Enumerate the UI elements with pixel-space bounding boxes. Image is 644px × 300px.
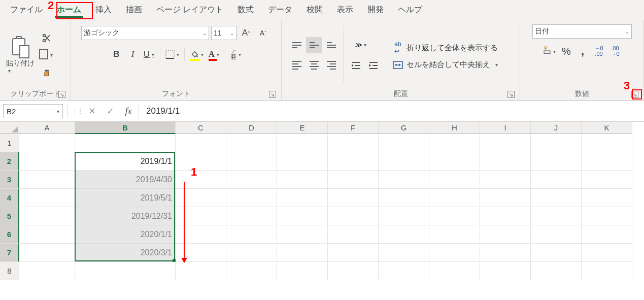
decrease-indent-button[interactable] <box>348 57 364 74</box>
col-header-F[interactable]: F <box>328 122 379 134</box>
cell-A6[interactable] <box>19 225 75 244</box>
italic-button[interactable]: I <box>125 46 141 63</box>
cell-D4[interactable] <box>226 189 277 207</box>
cell-I7[interactable] <box>480 244 531 262</box>
col-header-K[interactable]: K <box>582 122 632 134</box>
cell-G1[interactable] <box>379 134 429 152</box>
col-header-E[interactable]: E <box>277 122 328 134</box>
col-header-A[interactable]: A <box>19 122 75 134</box>
cell-B7[interactable]: 2020/3/1 <box>75 244 176 262</box>
sheet[interactable]: ABCDEFGHIJK122019/1/132019/4/3042019/5/1… <box>0 122 644 280</box>
tab-developer[interactable]: 開発 <box>360 0 391 20</box>
number-launcher[interactable]: ↘ <box>631 91 638 98</box>
cell-K4[interactable] <box>582 189 632 207</box>
cell-I1[interactable] <box>480 134 531 152</box>
alignment-launcher[interactable]: ↘ <box>507 91 515 98</box>
col-header-J[interactable]: J <box>531 122 582 134</box>
increase-decimal-button[interactable]: ←0.00 <box>591 43 606 60</box>
col-header-C[interactable]: C <box>176 122 226 134</box>
cell-E5[interactable] <box>277 207 328 225</box>
insert-function-button[interactable]: fx <box>119 104 138 118</box>
cell-B2[interactable]: 2019/1/1 <box>75 152 176 171</box>
cell-G4[interactable] <box>379 189 429 207</box>
align-center-button[interactable] <box>306 57 322 74</box>
cell-F5[interactable] <box>328 207 379 225</box>
cell-K2[interactable] <box>582 152 632 171</box>
cell-I8[interactable] <box>480 262 531 280</box>
cell-B3[interactable]: 2019/4/30 <box>75 171 176 189</box>
font-name-select[interactable]: 游ゴシック⌄ <box>81 26 209 40</box>
tab-draw[interactable]: 描画 <box>119 0 149 20</box>
cell-D5[interactable] <box>226 207 277 225</box>
col-header-I[interactable]: I <box>480 122 531 134</box>
cell-F6[interactable] <box>328 225 379 244</box>
decrease-font-button[interactable]: A˅ <box>256 24 271 42</box>
cell-D1[interactable] <box>226 134 277 152</box>
number-format-select[interactable]: 日付⌄ <box>532 24 632 39</box>
tab-home[interactable]: ホーム <box>50 0 88 20</box>
cell-C7[interactable] <box>176 244 226 262</box>
cell-G6[interactable] <box>379 225 429 244</box>
cell-B1[interactable] <box>75 134 176 152</box>
row-header-6[interactable]: 6 <box>0 225 19 244</box>
cell-G5[interactable] <box>379 207 429 225</box>
increase-font-button[interactable]: A˄ <box>239 24 254 42</box>
clipboard-launcher[interactable]: ↘ <box>58 91 65 98</box>
cell-A3[interactable] <box>19 171 75 189</box>
tab-review[interactable]: 校閲 <box>299 0 330 20</box>
cell-F3[interactable] <box>328 171 379 189</box>
tab-insert[interactable]: 挿入 <box>88 0 119 20</box>
align-middle-button[interactable] <box>306 37 322 53</box>
cell-J6[interactable] <box>531 225 582 244</box>
align-bottom-button[interactable] <box>323 37 340 53</box>
orientation-button[interactable]: ≫▾ <box>348 37 372 53</box>
tab-help[interactable]: ヘルプ <box>391 0 429 20</box>
cell-J7[interactable] <box>531 244 582 262</box>
col-header-H[interactable]: H <box>429 122 480 134</box>
cell-H2[interactable] <box>429 152 480 171</box>
cell-G3[interactable] <box>379 171 429 189</box>
accounting-button[interactable]: ▭¥▾ <box>541 43 558 60</box>
cell-C3[interactable] <box>176 171 226 189</box>
cell-F8[interactable] <box>328 262 379 280</box>
cell-K7[interactable] <box>582 244 632 262</box>
cell-I4[interactable] <box>480 189 531 207</box>
cell-K8[interactable] <box>582 262 632 280</box>
cancel-formula-button[interactable]: ✕ <box>83 104 101 118</box>
cell-K3[interactable] <box>582 171 632 189</box>
cell-H8[interactable] <box>429 262 480 280</box>
copy-button[interactable]: ▾ <box>40 48 54 62</box>
cell-E7[interactable] <box>277 244 328 262</box>
cell-H3[interactable] <box>429 171 480 189</box>
paste-button[interactable]: 貼り付け▾ <box>4 37 37 74</box>
cell-G7[interactable] <box>379 244 429 262</box>
cell-J8[interactable] <box>531 262 582 280</box>
tab-page-layout[interactable]: ページ レイアウト <box>149 0 230 20</box>
decrease-decimal-button[interactable]: .00→0 <box>607 43 623 60</box>
cell-B6[interactable]: 2020/1/1 <box>75 225 176 244</box>
accept-formula-button[interactable]: ✓ <box>101 104 119 118</box>
font-launcher[interactable]: ↘ <box>269 91 276 98</box>
tab-file[interactable]: ファイル <box>3 0 50 20</box>
cell-H6[interactable] <box>429 225 480 244</box>
cell-J5[interactable] <box>531 207 582 225</box>
tab-view[interactable]: 表示 <box>330 0 360 20</box>
cell-A1[interactable] <box>19 134 75 152</box>
col-header-G[interactable]: G <box>379 122 429 134</box>
cell-A8[interactable] <box>19 262 75 280</box>
cell-J2[interactable] <box>531 152 582 171</box>
col-header-B[interactable]: B <box>75 122 176 134</box>
cell-H7[interactable] <box>429 244 480 262</box>
cell-C2[interactable] <box>176 152 226 171</box>
tab-data[interactable]: データ <box>261 0 299 20</box>
bold-button[interactable]: B <box>109 46 124 63</box>
cell-A7[interactable] <box>19 244 75 262</box>
cell-E3[interactable] <box>277 171 328 189</box>
format-painter-button[interactable] <box>40 65 54 80</box>
cell-E8[interactable] <box>277 262 328 280</box>
cell-E2[interactable] <box>277 152 328 171</box>
select-all-corner[interactable] <box>0 122 19 134</box>
cell-A5[interactable] <box>19 207 75 225</box>
cell-E4[interactable] <box>277 189 328 207</box>
cell-F1[interactable] <box>328 134 379 152</box>
